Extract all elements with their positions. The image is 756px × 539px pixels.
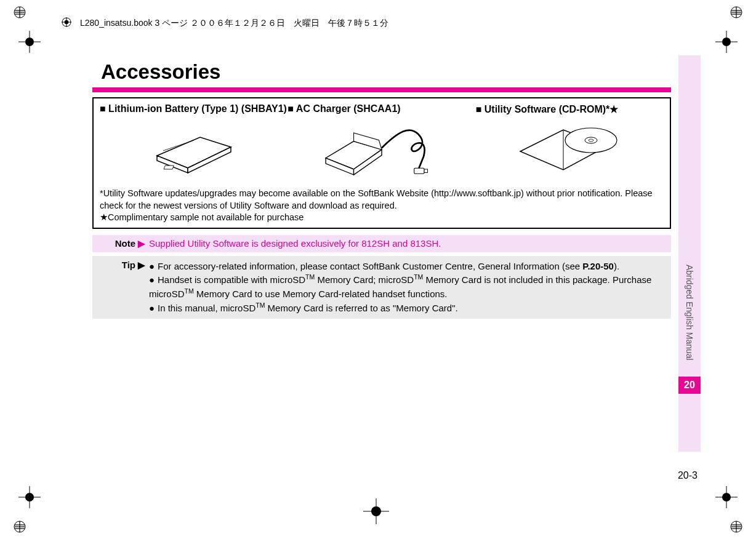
cross-mark-icon [715, 31, 738, 53]
cdrom-illustration [476, 118, 664, 185]
note-label: Note [92, 238, 135, 249]
bullet-icon: ● [149, 260, 158, 273]
cross-mark-icon [715, 486, 738, 508]
tip-box: Tip ▶ ●For accessory-related information… [92, 256, 671, 319]
svg-rect-42 [164, 166, 174, 169]
tip-item: ●In this manual, microSDTM Memory Card i… [149, 301, 667, 315]
crop-mark-icon [730, 521, 742, 533]
accessory-title: ■ AC Charger (SHCAA1) [288, 103, 475, 114]
note-box: Note ▶ Supplied Utility Software is desi… [92, 235, 671, 252]
cross-mark-icon [18, 31, 41, 53]
footnote-line: ★Complimentary sample not available for … [100, 212, 304, 222]
crop-mark-icon [14, 6, 26, 18]
charger-illustration [288, 117, 475, 185]
accessory-title: ■ Lithium-ion Battery (Type 1) (SHBAY1) [100, 103, 288, 114]
tip-item: ●For accessory-related information, plea… [149, 260, 667, 273]
trademark-sup: TM [305, 273, 315, 281]
title-underline [92, 87, 671, 92]
footnote-text: *Utility Software updates/upgrades may b… [100, 188, 664, 224]
tip-item: ●Handset is compatible with microSDTM Me… [149, 273, 667, 301]
trademark-sup: TM [414, 273, 423, 281]
svg-rect-47 [414, 168, 424, 174]
chapter-number: 20 [684, 380, 695, 391]
arrow-icon: ▶ [135, 238, 149, 249]
accessory-item: ■ Lithium-ion Battery (Type 1) (SHBAY1) [100, 103, 288, 185]
crop-mark-icon [14, 521, 26, 533]
document-header-text: L280_insatsu.book 3 ページ ２００６年１２月２６日 火曜日 … [80, 18, 388, 29]
accessory-title: ■ Utility Software (CD-ROM)*★ [476, 103, 664, 115]
side-tab-label: Abridged English Manual [685, 55, 694, 361]
crop-mark-icon [730, 6, 742, 18]
note-text: Supplied Utility Software is designed ex… [149, 238, 667, 249]
bullet-icon: ● [149, 301, 158, 315]
page-number: 20-3 [678, 470, 698, 481]
accessories-box: ■ Lithium-ion Battery (Type 1) (SHBAY1) [92, 97, 671, 229]
page-title: Accessories [101, 60, 671, 84]
document-header: L280_insatsu.book 3 ページ ２００６年１２月２６日 火曜日 … [62, 16, 616, 31]
chapter-tab: 20 [678, 377, 701, 394]
footnote-line: *Utility Software updates/upgrades may b… [100, 188, 653, 210]
bullet-icon [62, 17, 71, 30]
bullet-icon: ● [149, 273, 158, 287]
cross-mark-icon [18, 486, 41, 508]
battery-illustration [100, 117, 288, 185]
page-content: Accessories ■ Lithium-ion Battery (Type … [92, 60, 671, 319]
page-reference: P.20-50 [582, 261, 614, 271]
trademark-sup: TM [185, 287, 194, 295]
svg-point-53 [589, 139, 593, 142]
accessory-item: ■ AC Charger (SHCAA1) [288, 103, 475, 185]
cross-mark-icon [363, 498, 389, 524]
arrow-icon: ▶ [135, 260, 149, 315]
accessory-item: ■ Utility Software (CD-ROM)*★ [476, 103, 664, 185]
trademark-sup: TM [255, 301, 265, 309]
tip-label: Tip [92, 260, 135, 315]
tip-content: ●For accessory-related information, plea… [149, 260, 667, 315]
svg-rect-48 [424, 169, 427, 172]
